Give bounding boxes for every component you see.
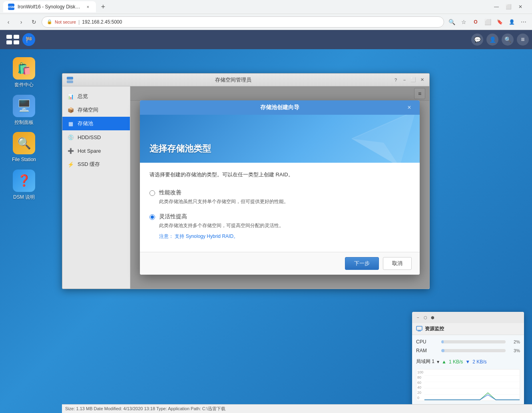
cpu-bar <box>441 340 444 343</box>
sidebar-label-overview: 总览 <box>78 93 88 100</box>
cpu-bar-background <box>441 340 506 343</box>
cancel-button[interactable]: 取消 <box>383 257 412 270</box>
performance-title[interactable]: 性能改善 <box>159 189 289 196</box>
extensions-icon[interactable]: ⬜ <box>482 17 493 27</box>
storage-help-button[interactable]: ? <box>393 77 399 83</box>
settings-icon[interactable]: ≡ <box>517 34 529 46</box>
cpu-label: CPU <box>416 339 438 345</box>
address-bar[interactable]: 🔒 Not secure | 192.168.2.45:5000 <box>42 16 444 28</box>
opera-icon[interactable]: O <box>470 17 481 27</box>
search-taskbar-icon[interactable]: 🔍 <box>502 34 514 46</box>
status-bar-text: Size: 1.13 MB Date Modified: 4/13/2020 1… <box>65 406 225 412</box>
desktop-icon-label-package-center: 套件中心 <box>14 82 34 88</box>
refresh-button[interactable]: ↻ <box>29 17 39 27</box>
user-account-icon[interactable]: 👤 <box>486 34 498 46</box>
address-text: 192.168.2.45:5000 <box>82 19 122 25</box>
search-icon[interactable]: 🔍 <box>446 17 457 27</box>
taskbar-flag-button[interactable]: 🏁 <box>21 32 37 48</box>
status-bar: Size: 1.13 MB Date Modified: 4/13/2020 1… <box>62 404 532 413</box>
flexible-desc: 此类存储池支持多个存储空间，可提高空间分配的灵活性。 <box>159 222 284 229</box>
minimize-button[interactable]: — <box>491 2 502 12</box>
app-grid-icon <box>5 33 18 46</box>
window-controls: — ⬜ ✕ <box>491 2 526 12</box>
flexible-note: 注意： 支持 Synology Hybrid RAID。 <box>159 233 284 240</box>
wizard-footer: 下一步 取消 <box>140 252 420 275</box>
radio-performance[interactable] <box>149 190 155 196</box>
sidebar-item-storage-space[interactable]: 📦 存储空间 <box>62 103 130 117</box>
back-button[interactable]: ‹ <box>3 17 14 27</box>
star-icon[interactable]: ☆ <box>458 17 469 27</box>
flexible-title[interactable]: 灵活性提高 <box>159 213 284 220</box>
option-flexible: 灵活性提高 此类存储池支持多个存储空间，可提高空间分配的灵活性。 注意： 支持 … <box>149 209 410 244</box>
resource-monitor-icon <box>416 326 422 332</box>
storage-close-button[interactable]: ✕ <box>419 77 425 83</box>
taskbar-grid-button[interactable] <box>3 32 19 48</box>
sidebar-item-storage-pool[interactable]: ▦ 存储池 <box>62 117 130 130</box>
desktop-icon-label-control-panel: 控制面板 <box>14 120 34 126</box>
sidebar-item-overview[interactable]: 📊 总览 <box>62 90 130 103</box>
tab-favicon: DSM <box>8 4 14 10</box>
svg-rect-1 <box>67 80 73 83</box>
radio-flexible[interactable] <box>149 214 155 220</box>
network-chart-svg <box>416 369 520 401</box>
network-row: 局域网 1 ▾ ▲ 1 KB/s ▼ 2 KB/s <box>416 357 520 367</box>
resource-minimize-button[interactable]: − <box>415 315 421 320</box>
sidebar-label-ssd-cache: SSD 缓存 <box>78 161 100 168</box>
browser-tab[interactable]: DSM IronWolf16 - Synology DiskStati... × <box>3 1 96 12</box>
close-window-button[interactable]: ✕ <box>515 2 526 12</box>
network-chart: 100 80 60 40 20 0 <box>416 369 520 401</box>
bookmark-icon[interactable]: 🔖 <box>494 17 505 27</box>
forward-button[interactable]: › <box>16 17 26 27</box>
desktop-icon-dsm-help[interactable]: ❓ DSM 说明 <box>8 170 40 201</box>
synology-icon: 🏁 <box>22 33 35 46</box>
tab-close-button[interactable]: × <box>85 4 91 10</box>
sidebar-label-hot-spare: Hot Spare <box>78 148 101 154</box>
storage-minimize-button[interactable]: − <box>401 77 408 83</box>
sidebar-label-storage-space: 存储空间 <box>78 106 98 114</box>
resource-title-row: 资源监控 <box>412 323 524 335</box>
resource-monitor-titlebar: − ⬡ ⬢ <box>412 312 524 323</box>
user-icon[interactable]: 👤 <box>506 17 517 27</box>
wizard-title: 存储池创建向导 <box>155 104 404 111</box>
browser-titlebar: DSM IronWolf16 - Synology DiskStati... ×… <box>0 0 532 14</box>
desktop-icon-file-station[interactable]: 🔍 File Station <box>8 132 40 163</box>
maximize-button[interactable]: ⬜ <box>503 2 514 12</box>
dsm-desktop: 🛍️ 套件中心 🖥️ 控制面板 🔍 File Station ❓ DSM 说明 <box>0 49 532 413</box>
svg-rect-5 <box>416 326 422 330</box>
storage-title-text: 存储空间管理员 <box>77 76 389 84</box>
sidebar-item-hot-spare[interactable]: ➕ Hot Spare <box>62 144 130 158</box>
storage-window-controls: ? − ⬜ ✕ <box>393 77 425 83</box>
desktop-icon-control-panel[interactable]: 🖥️ 控制面板 <box>8 95 40 126</box>
new-tab-button[interactable]: + <box>98 1 109 12</box>
dsm-taskbar: 🏁 💬 👤 🔍 ≡ <box>0 30 532 49</box>
chat-icon[interactable]: 💬 <box>471 34 483 46</box>
resource-window-controls: − ⬡ ⬢ <box>415 315 435 320</box>
network-dropdown-icon: ▾ <box>437 359 439 365</box>
hdd-ssd-icon: 💿 <box>67 134 74 141</box>
storage-maximize-button[interactable]: ⬜ <box>410 77 416 83</box>
menu-icon[interactable]: ⋯ <box>518 17 529 27</box>
sidebar-item-ssd-cache[interactable]: ⚡ SSD 缓存 <box>62 158 130 171</box>
ram-bar-background <box>441 349 506 352</box>
hot-spare-icon: ➕ <box>67 147 74 154</box>
storage-space-icon: 📦 <box>67 106 74 114</box>
chart-y-labels: 100 80 60 40 20 0 <box>417 369 423 401</box>
resource-maximize-button[interactable]: ⬢ <box>430 315 435 320</box>
resource-restore-button[interactable]: ⬡ <box>422 315 428 320</box>
svg-rect-0 <box>67 77 73 80</box>
wizard-close-button[interactable]: × <box>404 103 414 112</box>
taskbar-right-section: 💬 👤 🔍 ≡ <box>471 34 529 46</box>
performance-label-group: 性能改善 此类存储池虽然只支持单个存储空间，但可提供更好的性能。 <box>159 189 289 205</box>
storage-sidebar: 📊 总览 📦 存储空间 ▦ 存储池 💿 HDD/SSD ➕ Hot S <box>62 86 130 289</box>
browser-toolbar: ‹ › ↻ 🔒 Not secure | 192.168.2.45:5000 🔍… <box>0 14 532 30</box>
wizard-header-decoration <box>344 115 420 163</box>
lock-icon: 🔒 <box>47 19 52 24</box>
sidebar-item-hdd-ssd[interactable]: 💿 HDD/SSD <box>62 130 130 144</box>
desktop-icon-package-center[interactable]: 🛍️ 套件中心 <box>8 57 40 88</box>
wizard-titlebar: 存储池创建向导 × <box>140 100 420 115</box>
pool-creation-wizard: 存储池创建向导 × 选择存储池类型 <box>140 100 420 275</box>
next-button[interactable]: 下一步 <box>345 257 379 270</box>
resource-monitor-title: 资源监控 <box>425 325 444 332</box>
ram-bar <box>441 349 444 352</box>
browser-toolbar-icons: 🔍 ☆ O ⬜ 🔖 👤 ⋯ <box>446 17 529 27</box>
